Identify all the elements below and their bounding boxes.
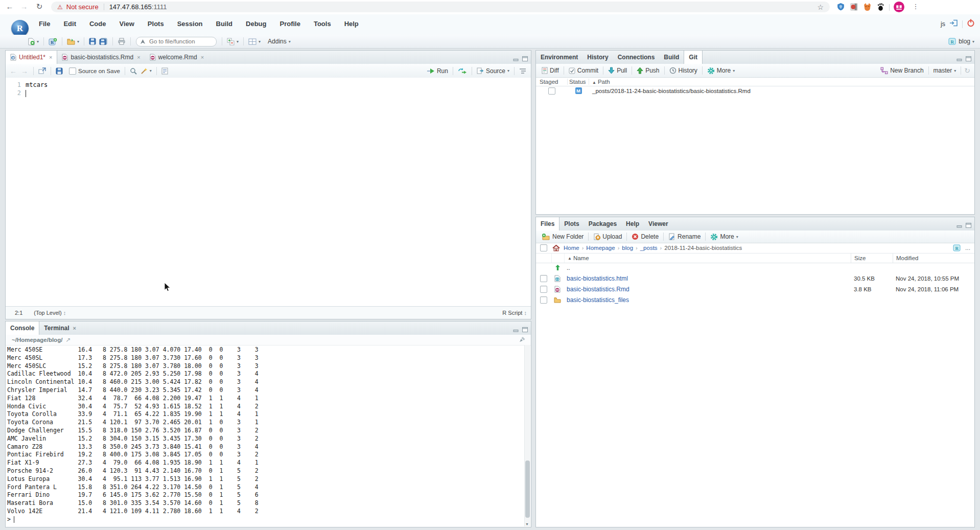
tab-environment[interactable]: Environment [536, 51, 582, 64]
source-on-save-checkbox[interactable]: Source on Save [67, 67, 122, 75]
file-row-html[interactable]: basic-biostatistics.html 30.5 KB Nov 24,… [536, 273, 974, 284]
git-more-button[interactable]: More ▾ [706, 67, 736, 75]
clear-console-icon[interactable] [519, 335, 526, 344]
address-bar[interactable]: ⚠ Not secure 147.47.68.165:1111 ☆ [51, 2, 830, 12]
scroll-down-arrow-icon[interactable]: ▼ [525, 522, 529, 526]
rename-button[interactable]: Rename [667, 233, 702, 240]
find-replace-icon[interactable] [128, 67, 138, 75]
git-branch-selector[interactable]: master ▾ [932, 67, 958, 74]
compile-report-icon[interactable] [160, 67, 170, 75]
menu-debug[interactable]: Debug [246, 20, 266, 28]
save-button[interactable] [87, 38, 98, 45]
close-icon[interactable]: × [137, 54, 140, 60]
security-label[interactable]: Not secure [66, 3, 99, 11]
popout-window-icon[interactable] [37, 67, 48, 74]
menu-session[interactable]: Session [177, 20, 203, 28]
tab-files[interactable]: Files [535, 217, 559, 231]
project-directory-icon[interactable]: R [953, 244, 961, 251]
file-type-selector[interactable]: R Script ↕ [502, 310, 527, 316]
column-name[interactable]: ▲Name [565, 255, 851, 261]
tab-connections[interactable]: Connections [613, 51, 660, 64]
refresh-icon[interactable]: ↻ [964, 66, 970, 75]
ellipsis-more-icon[interactable]: ... [965, 244, 970, 251]
source-button[interactable]: Source ▾ [475, 67, 511, 75]
save-all-button[interactable] [98, 38, 109, 45]
upload-button[interactable]: Upload [592, 233, 623, 240]
project-menu-button[interactable]: R blog ▾ [947, 38, 976, 45]
staged-checkbox[interactable] [548, 87, 555, 95]
tab-viewer[interactable]: Viewer [644, 217, 672, 231]
column-staged[interactable]: Staged [536, 79, 568, 85]
breadcrumb-home[interactable]: Home [564, 245, 579, 251]
home-icon[interactable] [552, 245, 560, 251]
source-tab-basic-biostatistics[interactable]: basic-biostatistics.Rmd × [57, 51, 145, 64]
file-name[interactable]: basic-biostatistics_files [564, 296, 851, 304]
tab-history[interactable]: History [582, 51, 613, 64]
menu-view[interactable]: View [119, 20, 134, 28]
bookmark-star-icon[interactable]: ☆ [817, 3, 824, 11]
browser-menu-icon[interactable]: ⋮ [910, 1, 921, 12]
git-file-row[interactable]: M _posts/2018-11-24-basic-biostatistics/… [536, 86, 974, 96]
code-tools-icon[interactable]: ▾ [138, 67, 153, 75]
menu-edit[interactable]: Edit [63, 20, 76, 28]
git-pull-button[interactable]: Pull [606, 67, 628, 74]
maximize-pane-icon[interactable] [966, 54, 971, 63]
scrollbar-thumb[interactable] [525, 460, 530, 518]
open-file-button[interactable]: ▾ [65, 38, 81, 45]
run-button[interactable]: Run [425, 67, 450, 75]
file-row-rmd[interactable]: basic-biostatistics.Rmd 3.8 KB Nov 24, 2… [536, 284, 974, 294]
console-scrollbar[interactable]: ▼ [524, 345, 530, 526]
git-history-button[interactable]: History [668, 67, 699, 74]
column-path[interactable]: ▲Path [589, 79, 610, 85]
column-modified[interactable]: Modified [893, 254, 974, 263]
tab-console[interactable]: Console [5, 321, 39, 335]
browser-forward-icon[interactable]: → [18, 1, 30, 12]
version-control-button[interactable]: ▾ [225, 38, 240, 45]
rerun-button[interactable] [456, 67, 469, 74]
delete-button[interactable]: Delete [630, 233, 660, 240]
back-icon[interactable]: ← [8, 67, 19, 75]
breadcrumb-blog[interactable]: blog [622, 245, 633, 251]
menu-plots[interactable]: Plots [148, 20, 164, 28]
maximize-pane-icon[interactable] [522, 325, 528, 334]
tab-build[interactable]: Build [659, 51, 684, 64]
browser-reload-icon[interactable]: ↻ [34, 1, 45, 12]
scope-selector[interactable]: (Top Level) ↕ [34, 310, 66, 316]
file-name[interactable]: .. [564, 264, 851, 271]
minimize-pane-icon[interactable] [513, 325, 519, 334]
source-tab-untitled1[interactable]: R Untitled1* × [5, 51, 57, 64]
breadcrumb-current[interactable]: 2018-11-24-basic-biostatistics [664, 245, 742, 251]
minimize-pane-icon[interactable] [956, 54, 962, 63]
breadcrumb-homepage[interactable]: Homepage [586, 245, 615, 251]
new-folder-button[interactable]: New Folder [540, 233, 585, 240]
workspace-panes-button[interactable]: ▾ [247, 38, 262, 45]
git-file-path[interactable]: _posts/2018-11-24-basic-biostatistics/ba… [589, 88, 751, 94]
goto-file-search[interactable] [136, 37, 217, 47]
extension-shield-icon[interactable] [836, 3, 845, 13]
browser-profile-avatar[interactable] [894, 2, 904, 14]
print-button[interactable] [116, 38, 127, 45]
column-size[interactable]: Size [851, 254, 893, 263]
sign-out-icon[interactable] [949, 19, 958, 29]
tab-help[interactable]: Help [621, 217, 644, 231]
breadcrumb-posts[interactable]: _posts [640, 245, 658, 251]
menu-code[interactable]: Code [89, 20, 106, 28]
new-file-button[interactable]: ▾ [27, 38, 40, 45]
file-checkbox[interactable] [540, 286, 547, 293]
menu-build[interactable]: Build [216, 20, 233, 28]
forward-icon[interactable]: → [19, 67, 30, 75]
git-new-branch-button[interactable]: New Branch [879, 67, 925, 74]
menu-help[interactable]: Help [344, 20, 359, 28]
file-checkbox[interactable] [540, 275, 547, 282]
tab-packages[interactable]: Packages [584, 217, 621, 231]
git-commit-button[interactable]: Commit [567, 67, 600, 74]
select-all-checkbox[interactable] [540, 244, 547, 251]
file-checkbox[interactable] [540, 296, 547, 304]
menu-profile[interactable]: Profile [279, 20, 300, 28]
menu-file[interactable]: File [39, 20, 50, 28]
source-tab-welcome[interactable]: welcome.Rmd × [145, 51, 208, 64]
save-document-icon[interactable] [54, 67, 64, 75]
extension-red-icon[interactable] [850, 3, 858, 13]
file-row-updir[interactable]: .. [536, 262, 974, 273]
menu-tools[interactable]: Tools [314, 20, 331, 28]
